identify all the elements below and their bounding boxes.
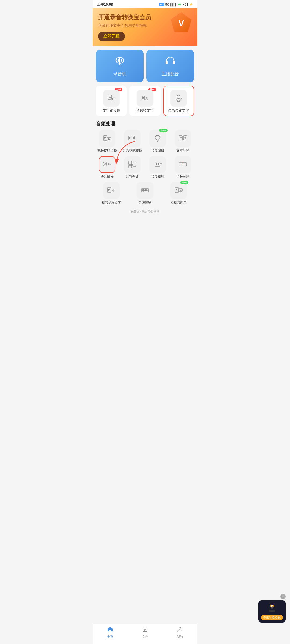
svg-rect-37 bbox=[134, 136, 135, 139]
svg-point-83 bbox=[180, 190, 181, 191]
text-translate-icon: Aa 译 bbox=[175, 130, 191, 147]
video-extract-audio-label: 视频提取音频 bbox=[97, 148, 117, 153]
audio-merge-label: 音频合并 bbox=[126, 174, 139, 179]
audio-cut-label: 音频裁切 bbox=[151, 174, 164, 179]
membership-banner: 开通录音转换宝会员 享录音转文字等实用功能特权 立即开通 V bbox=[93, 8, 197, 46]
short-video-dub-item[interactable]: New 短视频配音 bbox=[163, 182, 194, 205]
new-badge-dub: New bbox=[180, 181, 189, 184]
svg-text:译: 译 bbox=[184, 137, 186, 139]
status-time: 上午10:08 bbox=[97, 2, 113, 7]
text-to-audio-icon-box: Aa bbox=[103, 90, 120, 107]
audio-split-icon bbox=[175, 156, 191, 173]
svg-rect-55 bbox=[156, 163, 157, 165]
svg-rect-64 bbox=[182, 164, 182, 165]
svg-rect-29 bbox=[108, 138, 108, 140]
svg-rect-63 bbox=[181, 163, 181, 166]
audio-denoise-item[interactable]: Ar 音频降噪 bbox=[129, 182, 160, 205]
svg-marker-70 bbox=[108, 189, 110, 191]
svg-rect-53 bbox=[133, 162, 136, 166]
text-translate-item[interactable]: Aa 译 文本翻译 bbox=[172, 130, 194, 153]
short-video-dub-label: 短视频配音 bbox=[171, 200, 187, 205]
audio-split-item[interactable]: 音频分割 bbox=[172, 156, 194, 179]
grid-row-1: 视频提取音频 音频格式转换 New bbox=[96, 130, 194, 153]
svg-rect-17 bbox=[114, 98, 114, 100]
video-extract-text-icon: 中 bbox=[103, 182, 120, 199]
svg-rect-30 bbox=[108, 138, 109, 140]
svg-rect-62 bbox=[180, 163, 180, 165]
svg-rect-73 bbox=[142, 189, 143, 191]
dubbing-card[interactable]: 主播配音 bbox=[146, 50, 194, 82]
short-video-dub-icon: New bbox=[170, 182, 187, 199]
battery-percent: 35 bbox=[185, 3, 188, 6]
svg-text:V: V bbox=[178, 18, 184, 28]
svg-rect-23 bbox=[177, 95, 180, 99]
quick-function-cards: Hot Aa 文字转音频 Hot bbox=[96, 86, 194, 116]
signal-icon: ▌▌▌ bbox=[170, 3, 176, 6]
svg-rect-74 bbox=[143, 189, 144, 192]
audio-format-convert-icon bbox=[124, 130, 141, 147]
svg-rect-56 bbox=[157, 163, 157, 165]
svg-rect-4 bbox=[118, 59, 119, 62]
dubbing-label: 主播配音 bbox=[162, 71, 179, 77]
svg-rect-19 bbox=[142, 97, 142, 99]
svg-rect-66 bbox=[184, 163, 184, 165]
svg-rect-57 bbox=[158, 163, 158, 165]
audio-denoise-label: 音频降噪 bbox=[139, 200, 151, 205]
video-extract-text-label: 视频提取文字 bbox=[102, 200, 121, 205]
voice-translate-label: 语音翻译 bbox=[101, 174, 114, 179]
record-to-text-icon-box bbox=[170, 90, 187, 107]
grid-row-3: 中 视频提取文字 Ar 音频降噪 Ne bbox=[96, 182, 194, 205]
voice-translate-item[interactable]: 译 En 语音翻译 bbox=[96, 156, 118, 179]
svg-text:Aa: Aa bbox=[180, 137, 183, 139]
audio-merge-icon bbox=[124, 156, 141, 173]
voice-translate-icon: 译 En bbox=[99, 156, 115, 173]
status-bar: 上午10:08 HD 5G ▌▌▌ 35 ⚡ bbox=[93, 0, 197, 8]
battery-indicator bbox=[178, 3, 184, 6]
recorder-card[interactable]: 录音机 bbox=[96, 50, 144, 82]
svg-rect-58 bbox=[158, 163, 159, 165]
svg-rect-75 bbox=[144, 190, 145, 191]
gem-decoration: V bbox=[171, 12, 192, 34]
svg-rect-52 bbox=[129, 165, 132, 168]
svg-rect-16 bbox=[113, 97, 113, 100]
svg-rect-21 bbox=[143, 97, 144, 99]
record-to-text-card[interactable]: 边录边转文字 bbox=[163, 86, 194, 116]
svg-rect-76 bbox=[145, 189, 146, 191]
text-to-audio-card[interactable]: Hot Aa 文字转音频 bbox=[96, 86, 127, 116]
open-membership-button[interactable]: 立即开通 bbox=[98, 32, 125, 41]
audio-edit-item[interactable]: New 音频编辑 bbox=[146, 130, 169, 153]
svg-line-40 bbox=[158, 137, 160, 141]
svg-rect-15 bbox=[112, 98, 113, 100]
main-feature-cards: 录音机 主播配音 bbox=[96, 50, 194, 82]
svg-line-41 bbox=[155, 136, 156, 137]
video-extract-audio-icon bbox=[99, 130, 115, 147]
svg-marker-27 bbox=[104, 137, 106, 139]
network-type: 5G bbox=[165, 3, 169, 6]
audio-cut-icon bbox=[149, 156, 166, 173]
video-extract-text-item[interactable]: 中 视频提取文字 bbox=[96, 182, 127, 205]
video-extract-audio-item[interactable]: 视频提取音频 bbox=[96, 130, 118, 153]
audio-format-convert-item[interactable]: 音频格式转换 bbox=[121, 130, 144, 153]
audio-to-text-card[interactable]: Hot 文 音频转文字 bbox=[129, 86, 160, 116]
svg-text:中: 中 bbox=[112, 189, 115, 192]
grid-row-2-wrapper: 译 En 语音翻译 音频合并 bbox=[96, 156, 194, 179]
svg-rect-10 bbox=[166, 61, 168, 64]
hd-badge: HD bbox=[159, 3, 164, 6]
svg-text:En: En bbox=[108, 163, 111, 165]
svg-line-42 bbox=[159, 136, 160, 137]
recorder-label: 录音机 bbox=[113, 71, 126, 77]
recorder-icon bbox=[114, 55, 126, 69]
svg-rect-11 bbox=[173, 61, 175, 64]
svg-rect-5 bbox=[119, 58, 120, 63]
audio-merge-item[interactable]: 音频合并 bbox=[121, 156, 144, 179]
audio-to-text-label: 音频转文字 bbox=[136, 108, 154, 113]
record-to-text-label: 边录边转文字 bbox=[168, 108, 189, 113]
svg-line-39 bbox=[155, 137, 158, 141]
svg-point-7 bbox=[119, 62, 121, 64]
audio-cut-item[interactable]: 音频裁切 bbox=[146, 156, 169, 179]
svg-text:文: 文 bbox=[145, 97, 148, 100]
audio-format-convert-label: 音频格式转换 bbox=[123, 148, 142, 153]
text-to-audio-label: 文字转音频 bbox=[103, 108, 120, 113]
svg-rect-51 bbox=[129, 161, 132, 165]
new-badge-edit: New bbox=[159, 129, 168, 132]
